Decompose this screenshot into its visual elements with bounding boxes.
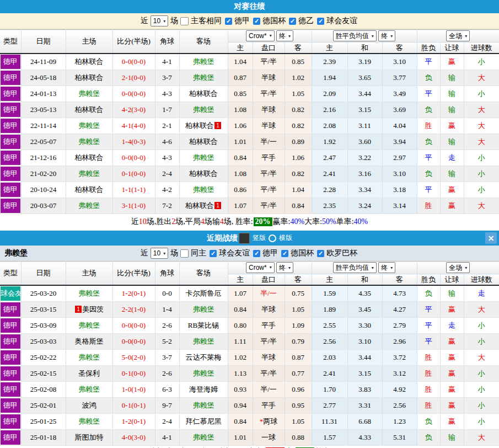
odds-company-select[interactable]: Crow*▾ (246, 262, 275, 273)
result-handicap-cell: 输 (440, 86, 464, 102)
vertical-layout-radio[interactable] (239, 233, 250, 244)
league-checkbox-德甲[interactable]: ✓ (253, 250, 260, 257)
away-team[interactable]: 柏林联合 (189, 137, 218, 146)
home-team[interactable]: 弗赖堡 (78, 321, 100, 329)
home-team[interactable]: 弗赖堡 (78, 169, 100, 178)
odds-group-header: Crow*▾ 终▾ (228, 30, 312, 42)
league-checkbox-球会友谊[interactable]: ✓ (210, 250, 217, 257)
avg-home-cell: 2.41 (312, 366, 347, 382)
home-team[interactable]: 弗赖堡 (78, 385, 100, 393)
away-team[interactable]: 柏林联合 (189, 169, 218, 178)
home-team[interactable]: 奥格斯堡 (75, 337, 104, 345)
home-team[interactable]: 弗赖堡 (78, 121, 100, 130)
away-team[interactable]: 弗赖堡 (193, 433, 214, 441)
away-team[interactable]: 柏林联合 (189, 89, 218, 98)
corner-cell: 4-3 (155, 86, 179, 102)
score-cell: 0-1(0-0) (112, 366, 155, 382)
recent-teambar: 弗赖堡 近10▾场同主✓球会友谊✓德甲✓德国杯✓欧罗巴杯 (0, 246, 499, 261)
odds-away-cell: 0.87 (285, 350, 312, 366)
avg-type-select[interactable]: 胜平负均值▾ (333, 262, 377, 273)
avg-final-select[interactable]: 终▾ (378, 30, 395, 41)
subheader-客: 客 (285, 274, 312, 286)
score-cell: 0-0(0-0) (112, 150, 155, 166)
home-team[interactable]: 柏林联合 (75, 153, 104, 162)
avg-type-select[interactable]: 胜平负均值▾ (333, 30, 377, 41)
away-team[interactable]: RB莱比锡 (188, 321, 219, 329)
home-team[interactable]: 柏林联合 (75, 105, 104, 114)
corner-cell: 4-6 (155, 134, 179, 150)
league-checkbox-德乙[interactable]: ✓ (289, 18, 296, 25)
home-team[interactable]: 柏林联合 (75, 185, 104, 194)
away-team[interactable]: 弗赖堡 (193, 337, 214, 345)
home-team[interactable]: 弗赖堡 (78, 137, 100, 146)
near-count-select[interactable]: 10▾ (151, 15, 168, 26)
league-checkbox-德国杯[interactable]: ✓ (253, 18, 260, 25)
date-cell: 21-12-16 (21, 150, 66, 166)
avg-home-cell: 1.92 (312, 134, 347, 150)
odds-company-select[interactable]: Crow*▾ (246, 30, 275, 41)
odds-home-cell: 0.85 (228, 86, 253, 102)
league-checkbox-德国杯[interactable]: ✓ (281, 250, 288, 257)
away-team[interactable]: 弗赖堡 (193, 153, 214, 162)
toggle-checkbox[interactable] (180, 249, 189, 258)
home-team[interactable]: 波鸿 (82, 401, 96, 409)
handicap-cell: 平手 (253, 150, 285, 166)
away-team[interactable]: 海登海姆 (189, 385, 218, 393)
league-checkbox-欧罗巴杯[interactable]: ✓ (317, 250, 324, 257)
home-team[interactable]: 柏林联合 (75, 57, 104, 66)
home-team[interactable]: 弗赖堡 (78, 89, 100, 98)
away-team[interactable]: 弗赖堡 (193, 105, 214, 114)
away-team[interactable]: 柏林联合 (185, 121, 214, 130)
toggle-checkbox[interactable] (180, 17, 189, 25)
scope-select[interactable]: 全场▾ (446, 262, 470, 273)
away-team[interactable]: 柏林联合 (185, 201, 214, 210)
away-team[interactable]: 弗赖堡 (193, 73, 214, 82)
home-cell: 柏林联合 (66, 182, 112, 198)
scope-select[interactable]: 全场▾ (446, 30, 470, 41)
away-team[interactable]: 弗赖堡 (193, 57, 214, 66)
chevron-down-icon: ▾ (372, 34, 374, 39)
league-checkbox-德甲[interactable]: ✓ (225, 18, 232, 25)
date-cell: 24-11-09 (21, 54, 66, 70)
date-cell: 24-05-18 (21, 70, 66, 86)
away-team[interactable]: 弗赖堡 (193, 305, 214, 313)
home-team[interactable]: 弗赖堡 (78, 353, 100, 361)
away-team[interactable]: 拜仁慕尼黑 (186, 417, 222, 425)
home-team[interactable]: 美因茨 (82, 305, 104, 313)
avg-final-select[interactable]: 终▾ (378, 262, 395, 273)
handicap-text: 半/一 (260, 137, 277, 146)
odds-final-select[interactable]: 终▾ (276, 30, 293, 41)
away-team[interactable]: 弗赖堡 (193, 401, 214, 409)
home-team[interactable]: 柏林联合 (75, 73, 104, 82)
near-count-select[interactable]: 10▾ (151, 248, 168, 259)
home-team[interactable]: 弗赖堡 (78, 417, 100, 425)
away-cell: 拜仁慕尼黑 (179, 414, 228, 430)
score-cell: 4-0(3-0) (112, 430, 155, 446)
result-handicap-cell: 赢 (440, 198, 464, 214)
subheader-客: 客 (382, 274, 417, 286)
away-team[interactable]: 弗赖堡 (193, 185, 214, 194)
type-cell: 德甲 (0, 430, 21, 446)
select-value: 胜平负均值 (336, 31, 369, 41)
type-cell: 球会友谊 (0, 285, 21, 302)
close-icon[interactable]: ✕ (485, 232, 497, 244)
away-team[interactable]: 弗赖堡 (193, 369, 214, 377)
handicap-cell: 平/半 (253, 54, 285, 70)
odds-away-cell: 0.96 (285, 382, 312, 398)
avg-home-cell: 2.28 (312, 182, 347, 198)
home-team[interactable]: 斯图加特 (75, 433, 104, 441)
odds-final-select[interactable]: 终▾ (276, 262, 293, 273)
result-goals-cell: 小 (464, 182, 499, 198)
home-team[interactable]: 弗赖堡 (78, 289, 100, 297)
league-badge: 德甲 (1, 334, 20, 349)
horizontal-layout-radio[interactable] (269, 234, 276, 242)
handicap-text: 平/半 (260, 337, 277, 345)
recent-summary: 近10场,胜4平3负3, 胜率:40% 赢率:70% 大:30% 单率:60% (0, 446, 499, 448)
league-checkbox-球会友谊[interactable]: ✓ (317, 18, 324, 25)
home-team[interactable]: 弗赖堡 (78, 201, 100, 210)
league-badge: 德甲 (1, 183, 20, 197)
handicap-cell: 半球 (253, 102, 285, 118)
away-team[interactable]: 云达不莱梅 (186, 353, 222, 361)
away-team[interactable]: 卡尔斯鲁厄 (186, 289, 222, 297)
home-team[interactable]: 圣保利 (78, 369, 100, 377)
